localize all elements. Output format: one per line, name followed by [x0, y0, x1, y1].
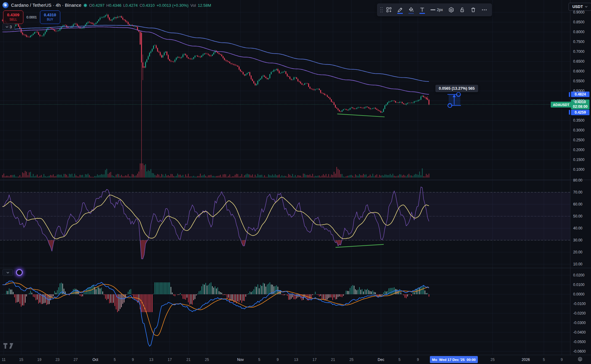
time-tick-label: 13 — [149, 358, 153, 362]
tradingview-logo[interactable] — [3, 343, 14, 350]
drawing-toolbar: 2px — [377, 3, 492, 16]
symbol-price-tag: ADAUSDT — [551, 102, 572, 108]
chevron-down-icon — [6, 271, 9, 274]
axis-tick-label: 30.00 — [573, 238, 582, 242]
spread-value: 0.0001 — [25, 15, 38, 20]
legend-collapse-chip[interactable]: 3 — [2, 23, 15, 30]
axis-tick-label: 0.9000 — [573, 10, 585, 14]
volume-bars — [2, 163, 429, 178]
drag-handle-icon[interactable] — [379, 5, 383, 15]
axis-tick-label: 10.00 — [573, 262, 582, 266]
time-tick-label: 19 — [37, 358, 41, 362]
symbol-title[interactable]: Cardano / TetherUS · 4h · Binance — [11, 3, 81, 8]
macd-highlight-icon[interactable] — [16, 269, 23, 276]
line-width-label: 2px — [437, 8, 443, 12]
time-tick-label: 25 — [205, 358, 209, 362]
axis-tick-label: 50.00 — [573, 214, 582, 218]
axis-tick-label: -0.0300 — [573, 321, 586, 325]
axis-tick-label: 0.7000 — [573, 49, 585, 54]
market-status-icon[interactable] — [84, 4, 87, 7]
time-tick-label: 17 — [312, 358, 316, 362]
pencil-color-swatch — [397, 13, 403, 14]
time-tick-label: 25 — [490, 358, 494, 362]
candlestick-series — [2, 14, 430, 170]
currency-selector[interactable]: USDT — [569, 3, 591, 11]
time-tick-label: 27 — [73, 358, 77, 362]
chevron-down-icon — [6, 25, 8, 28]
pencil-icon[interactable] — [395, 5, 405, 15]
sell-button[interactable]: 0.4309 SELL — [3, 10, 23, 24]
support-trendline[interactable] — [337, 114, 385, 117]
time-tick-label: 5 — [399, 358, 401, 362]
more-options-icon[interactable] — [479, 5, 490, 15]
time-axis[interactable]: 1115192327Oct5913172125Nov5913172125Dec5… — [0, 355, 591, 364]
axis-tick-label: 60.00 — [573, 202, 582, 206]
time-tick-label: 9 — [277, 358, 279, 362]
high-label: H — [106, 3, 109, 8]
time-tick-label: 9 — [132, 358, 134, 362]
time-tick-label: 17 — [168, 358, 172, 362]
axis-settings-gear-icon[interactable] — [577, 357, 583, 363]
trading-chart-app: Cardano / TetherUS · 4h · Binance O0.429… — [0, 0, 591, 364]
time-tick-label: 21 — [331, 358, 335, 362]
price-trendline[interactable] — [337, 114, 385, 117]
time-tick-label: 25 — [349, 358, 353, 362]
trash-icon[interactable] — [468, 5, 478, 15]
style-template-icon[interactable] — [384, 5, 394, 15]
symbol-logo-icon[interactable] — [2, 2, 9, 8]
axis-tick-label: 0.2500 — [573, 138, 585, 142]
axis-tick-label: 0.3500 — [573, 118, 585, 123]
measure-tooltip: 0.0565 (13.27%) 565 — [435, 85, 478, 92]
axis-tick-label: 0.5500 — [573, 79, 585, 83]
moving-averages — [2, 25, 429, 94]
high-value: 0.4346 — [109, 3, 121, 8]
time-tick-label: Oct — [93, 358, 98, 362]
time-tick-label: 5 — [543, 358, 545, 362]
buy-button[interactable]: 0.4310 BUY — [40, 10, 60, 24]
axis-tick-label: 0.1000 — [573, 167, 585, 172]
axis-tick-label: 0.0200 — [573, 273, 585, 277]
currency-value: USDT — [572, 5, 583, 9]
axis-tick-label: 0.5000 — [573, 89, 585, 93]
low-label: L — [123, 3, 125, 8]
time-tick-label: Nov — [237, 358, 244, 362]
line-width-button[interactable]: 2px — [428, 5, 445, 15]
axis-tick-label: 0.2000 — [573, 148, 585, 152]
ma-upper-line — [2, 25, 429, 81]
volume-value: 12.58M — [198, 3, 211, 8]
axis-tick-label: 70.00 — [573, 190, 582, 194]
macd-legend-collapse-chip[interactable] — [2, 269, 13, 276]
legend-count: 3 — [10, 25, 12, 29]
text-color-icon[interactable] — [417, 5, 427, 15]
rsi-trendline[interactable] — [335, 245, 384, 248]
crosshair-date-badge: Mo Wed 17 Dec '25 00:00 — [430, 356, 478, 363]
axis-tick-label: 0.4500 — [573, 99, 585, 103]
axis-tick-label: 80.00 — [573, 178, 582, 182]
symbol-header: Cardano / TetherUS · 4h · Binance O0.429… — [2, 2, 211, 9]
time-tick-label: 5 — [114, 358, 116, 362]
trade-panel: 0.4309 SELL 0.0001 0.4310 BUY — [3, 10, 60, 24]
time-tick-label: 15 — [19, 358, 23, 362]
volume-label: Vol — [190, 3, 196, 8]
time-tick-label: 21 — [186, 358, 190, 362]
axis-tick-label: 0.8500 — [573, 20, 585, 24]
price-axis[interactable]: 0.4824 0.4310 02:08:00 0.4259 0.90000.85… — [570, 0, 591, 355]
chart-canvas[interactable] — [0, 0, 591, 364]
close-label: C — [140, 3, 142, 8]
open-value: 0.4297 — [92, 3, 105, 8]
text-color-swatch — [419, 13, 425, 14]
axis-tick-label: -0.0600 — [573, 349, 586, 354]
time-tick-label: 11 — [2, 358, 6, 362]
time-tick-label: 9 — [561, 358, 563, 362]
axis-tick-label: 0.6500 — [573, 59, 585, 64]
sell-label: SELL — [10, 18, 17, 22]
axis-tick-label: -0.0500 — [573, 340, 586, 344]
axis-tick-label: 0.1500 — [573, 158, 585, 162]
unlock-icon[interactable] — [457, 5, 467, 15]
time-tick-label: Dec — [378, 358, 384, 362]
axis-tick-label: 0.0100 — [573, 283, 585, 287]
settings-icon[interactable] — [446, 5, 456, 15]
paint-bucket-icon[interactable] — [406, 5, 416, 15]
ohlc-values: O0.4297 H0.4346 L0.4274 C0.4310 +0.0013 … — [89, 3, 211, 8]
axis-tick-label: 0.0000 — [573, 292, 585, 296]
